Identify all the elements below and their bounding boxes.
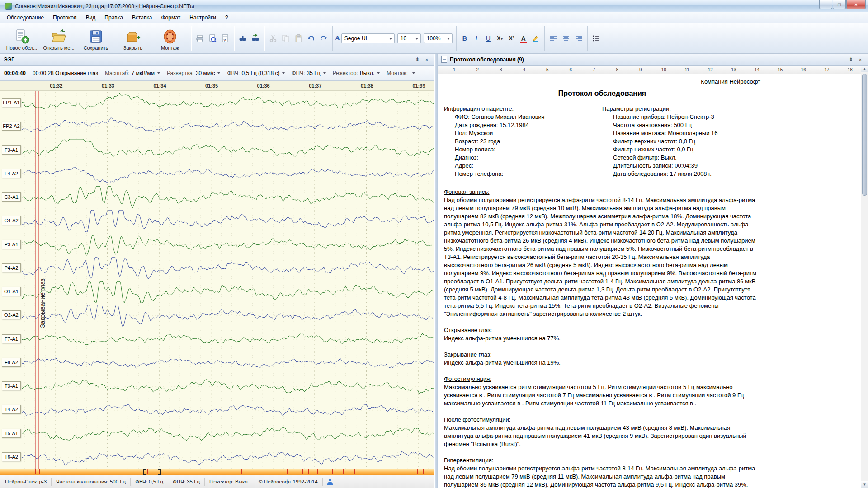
channel-label[interactable]: O2-A2 <box>2 310 21 319</box>
montage-button[interactable]: Монтаж <box>151 24 189 52</box>
redo-button[interactable] <box>318 33 330 44</box>
eeg-event-bar[interactable] <box>0 469 434 475</box>
font-family-select[interactable]: Segoe UI <box>341 33 395 43</box>
channel-label[interactable]: T6-A2 <box>2 452 21 461</box>
scrollbar-thumb[interactable] <box>862 74 867 196</box>
menu-item[interactable]: Правка <box>100 13 127 22</box>
app-window: Соганов Михаил Иванович, 23 года, 17.07.… <box>0 0 868 488</box>
menu-item[interactable]: Обследование <box>2 13 48 22</box>
print-preview-icon <box>208 34 217 43</box>
section-body: Над обоими полушариями регистрируется ал… <box>444 465 760 488</box>
channel-label[interactable]: FP1-A1 <box>2 98 21 107</box>
event-tick <box>241 469 242 474</box>
registration-line: Сетевой фильтр: Выкл. <box>602 154 760 162</box>
channel-label[interactable]: C4-A2 <box>2 216 21 225</box>
align-left-icon <box>549 34 558 43</box>
maximize-button[interactable]: □ <box>833 0 846 9</box>
channel-label[interactable]: F8-A2 <box>2 358 21 367</box>
document-scrollbar[interactable]: ▲ ▼ <box>861 66 868 488</box>
font-color-button[interactable]: A <box>518 33 529 44</box>
channel-label[interactable]: P4-A2 <box>2 263 21 272</box>
channel-label[interactable]: T5-A1 <box>2 429 21 438</box>
panel-splitter[interactable] <box>434 54 438 488</box>
bullet-list-button[interactable] <box>590 33 602 44</box>
protocol-title-bar: Протокол обследования (9) <box>450 56 845 63</box>
channel-label[interactable]: T3-A1 <box>2 381 21 390</box>
new-exam-button[interactable]: Новое обсл... <box>3 24 40 52</box>
protocol-pin-icon[interactable]: ⇟ <box>847 56 855 63</box>
italic-button[interactable]: I <box>471 33 482 44</box>
print-preview-button[interactable] <box>207 33 218 44</box>
ruler-number: 10 <box>652 67 676 72</box>
menu-item[interactable]: Формат <box>157 13 185 22</box>
channel-label[interactable]: O1-A1 <box>2 287 21 296</box>
protocol-close-icon[interactable]: × <box>856 56 864 63</box>
scroll-up-icon[interactable]: ▲ <box>861 66 868 72</box>
time-tick-label: 01:34 <box>134 83 186 89</box>
find-button[interactable] <box>237 33 249 44</box>
eeg-param-dropdown[interactable]: ФВЧ: 0,5 Гц (0,318 с) <box>227 70 285 76</box>
scroll-down-icon[interactable]: ▼ <box>861 481 868 488</box>
eeg-param-dropdown[interactable]: Масштаб: 7 мкВ/мм <box>105 70 160 76</box>
channel-label[interactable]: C3-A1 <box>2 192 21 202</box>
minimize-button[interactable]: – <box>819 0 832 9</box>
eeg-param-dropdown[interactable]: Режектор: Выкл. <box>333 70 380 76</box>
selection-bracket-close <box>158 469 161 475</box>
menu-item[interactable]: Вставка <box>127 13 157 22</box>
close-exam-button[interactable]: Закрыть <box>114 24 151 52</box>
toolbar-separator <box>544 26 545 51</box>
eeg-param-dropdown[interactable]: ФНЧ: 35 Гц <box>292 70 326 76</box>
highlighter-icon <box>531 34 540 43</box>
undo-button[interactable] <box>305 33 317 44</box>
menu-item[interactable]: Протокол <box>48 13 81 22</box>
param-label: Монтаж: <box>387 70 408 76</box>
section-body: Над обоими полушариями регистрируется ал… <box>444 196 760 318</box>
section-heading: Гипервентиляция: <box>444 456 760 465</box>
channel-label[interactable]: FP2-A2 <box>2 122 21 131</box>
close-button[interactable]: × <box>846 0 866 9</box>
font-size-select[interactable]: 10 <box>397 33 421 43</box>
paste-button[interactable] <box>292 33 304 44</box>
toolbar-separator <box>456 26 457 51</box>
eeg-channel-labels: FP1-A1FP2-A2F3-A1F4-A2C3-A1C4-A2P3-A1P4-… <box>0 91 22 469</box>
cut-button[interactable] <box>267 33 279 44</box>
ruler-number: 12 <box>699 67 722 72</box>
eeg-param-dropdown[interactable]: Развертка: 30 мм/с <box>167 70 221 76</box>
eeg-pin-icon[interactable]: ⇟ <box>413 56 421 63</box>
menubar: ОбследованиеПротоколВидПравкаВставкаФорм… <box>0 12 868 23</box>
print-button[interactable] <box>194 33 206 44</box>
protocol-document[interactable]: Компания Нейрософт Протокол обследования… <box>438 74 868 488</box>
align-right-button[interactable] <box>573 33 585 44</box>
find-replace-button[interactable] <box>250 33 261 44</box>
open-folder-icon <box>51 29 67 44</box>
menu-item[interactable]: Вид <box>81 13 100 22</box>
ruler-number: 4 <box>513 67 536 72</box>
eeg-close-icon[interactable]: × <box>423 56 431 63</box>
superscript-button[interactable]: X² <box>506 33 517 44</box>
save-button[interactable]: Сохранить <box>77 24 114 52</box>
menu-item[interactable]: Настройки <box>185 13 221 22</box>
align-left-button[interactable] <box>547 33 559 44</box>
event-tick <box>317 469 318 474</box>
event-tick <box>156 469 156 474</box>
channel-label[interactable]: P3-A1 <box>2 240 21 249</box>
copy-button[interactable] <box>280 33 292 44</box>
document-title: Протокол обследования <box>444 89 760 98</box>
channel-label[interactable]: T4-A2 <box>2 405 21 414</box>
zoom-select[interactable]: 100% <box>424 33 453 43</box>
channel-label[interactable]: F4-A2 <box>2 169 21 178</box>
menu-item[interactable]: ? <box>221 13 233 22</box>
binoculars-icon <box>238 34 247 43</box>
eeg-plot-area[interactable]: FP1-A1FP2-A2F3-A1F4-A2C3-A1C4-A2P3-A1P4-… <box>0 91 434 469</box>
channel-label[interactable]: F3-A1 <box>2 145 21 155</box>
eeg-param-dropdown[interactable]: Монтаж: <box>387 70 415 76</box>
highlight-button[interactable] <box>530 33 542 44</box>
align-center-button[interactable] <box>560 33 572 44</box>
subscript-button[interactable]: X₂ <box>495 33 505 44</box>
channel-label[interactable]: F7-A1 <box>2 334 21 343</box>
eeg-tab-title: ЭЭГ <box>4 56 412 63</box>
open-button[interactable]: Открыть ме... <box>40 24 77 52</box>
underline-button[interactable]: U <box>483 33 494 44</box>
bold-button[interactable]: B <box>459 33 470 44</box>
page-setup-button[interactable]: A <box>219 33 231 44</box>
